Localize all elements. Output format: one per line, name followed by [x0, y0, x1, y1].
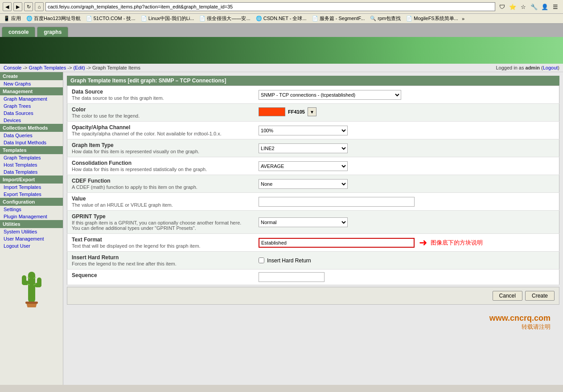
- home-button[interactable]: ⌂: [35, 2, 44, 11]
- shield-icon: 🛡: [497, 2, 507, 12]
- bookmark-baidu[interactable]: 🌐 百度Hao123网址导航: [25, 15, 82, 22]
- sidebar-item-settings[interactable]: Settings: [0, 206, 63, 213]
- tab-bar: console graphs: [0, 24, 563, 37]
- back-button[interactable]: ◀: [3, 2, 12, 11]
- label-value: Value The value of an HRULE or VRULE gra…: [67, 193, 255, 211]
- sidebar-item-logout-user[interactable]: Logout User: [0, 242, 63, 249]
- extension-icon[interactable]: 🔧: [529, 2, 539, 12]
- color-dropdown-button[interactable]: ▼: [308, 107, 316, 116]
- consolidation-select[interactable]: AVERAGE MAX MIN LAST: [259, 161, 348, 171]
- sidebar-header-create: Create: [0, 72, 63, 80]
- create-button[interactable]: Create: [525, 291, 555, 301]
- hard-return-checkbox[interactable]: [259, 257, 264, 263]
- logged-in-text: Logged in as: [496, 65, 524, 70]
- bookmark-qianqiang[interactable]: 📄 很全很强大——安...: [197, 15, 252, 22]
- content-area: Graph Template Items [edit graph: SNMP –…: [63, 72, 563, 385]
- opacity-select[interactable]: 100% 75% 50% 25%: [259, 126, 348, 135]
- sidebar-header-collection-methods: Collection Methods: [0, 124, 63, 132]
- sidebar-item-data-templates[interactable]: Data Templates: [0, 168, 63, 176]
- more-bookmarks: »: [462, 16, 464, 21]
- breadcrumb-edit[interactable]: (Edit): [73, 65, 85, 70]
- cactus-area: [0, 249, 63, 318]
- sidebar-item-plugin-management[interactable]: Plugin Management: [0, 213, 63, 220]
- tab-graphs[interactable]: graphs: [37, 27, 68, 37]
- breadcrumb-current: Graph Template Items: [92, 65, 140, 70]
- watermark-note: 转载请注明: [67, 323, 551, 331]
- text-format-row: ➜ 图像底下的方块说明: [259, 237, 555, 249]
- bookmark-linux[interactable]: 📄 Linux中国-我们的Li...: [139, 15, 196, 22]
- cdef-select[interactable]: None: [259, 179, 348, 189]
- sidebar-item-export-templates[interactable]: Export Templates: [0, 191, 63, 198]
- user-icon[interactable]: 👤: [540, 2, 550, 12]
- sidebar-item-graph-trees[interactable]: Graph Trees: [0, 102, 63, 110]
- value-hard-return: Insert Hard Return: [254, 252, 559, 270]
- row-sequence: Sequence: [67, 270, 559, 285]
- button-bar: Cancel Create: [67, 287, 559, 305]
- logout-link[interactable]: Logout: [543, 65, 558, 70]
- tab-console[interactable]: console: [2, 27, 35, 37]
- sequence-input[interactable]: [259, 272, 325, 282]
- sidebar-item-system-utilities[interactable]: System Utilities: [0, 228, 63, 235]
- sidebar-item-data-queries[interactable]: Data Queries: [0, 132, 63, 139]
- row-consolidation: Consolidation Function How data for this…: [67, 157, 559, 175]
- breadcrumb-arrow2: ->: [67, 65, 73, 70]
- value-cdef: None: [254, 175, 559, 193]
- sidebar-item-graph-templates[interactable]: Graph Templates: [0, 154, 63, 161]
- gprint-type-select[interactable]: Normal: [259, 217, 348, 227]
- row-color: Color The color to use for the legend. F…: [67, 104, 559, 122]
- color-hex-text: FF4105: [286, 109, 307, 114]
- value-graph-item-type: LINE1 LINE2 LINE3 AREA: [254, 139, 559, 157]
- sidebar-header-import-export: Import/Export: [0, 176, 63, 184]
- sidebar-item-data-sources[interactable]: Data Sources: [0, 110, 63, 117]
- sidebar-item-host-templates[interactable]: Host Templates: [0, 161, 63, 168]
- bookmark-segment[interactable]: 📄 服务篇 - SegmentF...: [310, 15, 367, 22]
- breadcrumb-console[interactable]: Console: [4, 65, 21, 70]
- svg-rect-9: [25, 302, 38, 304]
- label-color: Color The color to use for the legend.: [67, 104, 255, 122]
- sidebar-item-data-input-methods[interactable]: Data Input Methods: [0, 139, 63, 146]
- bookmark-csdn[interactable]: 🌐 CSDN.NET - 全球...: [254, 15, 308, 22]
- bookmark-star-icon[interactable]: ⭐: [508, 2, 518, 12]
- sidebar-item-graph-management[interactable]: Graph Management: [0, 95, 63, 102]
- form-table: Data Source The data source to use for t…: [67, 86, 559, 285]
- menu-icon[interactable]: ☰: [551, 2, 560, 12]
- sidebar-item-import-templates[interactable]: Import Templates: [0, 184, 63, 191]
- row-text-format: Text Format Text that will be displayed …: [67, 234, 559, 252]
- sidebar: Create New Graphs Management Graph Manag…: [0, 72, 63, 385]
- data-source-select[interactable]: SNMP - TCP connections - (tcpestablished…: [259, 90, 401, 100]
- app-container: console graphs Console -> Graph Template…: [0, 24, 563, 385]
- sidebar-header-management: Management: [0, 87, 63, 95]
- breadcrumb-bar: Console -> Graph Templates -> (Edit) -> …: [0, 64, 563, 72]
- annotation-text: 图像底下的方块说明: [431, 239, 483, 247]
- bookmarks-bar: 📱 应用 🌐 百度Hao123网址导航 📄 51CTO.COM - 技... 📄…: [0, 14, 563, 24]
- breadcrumb-arrow3: ->: [86, 65, 92, 70]
- main-layout: Create New Graphs Management Graph Manag…: [0, 72, 563, 385]
- breadcrumb-graph-templates[interactable]: Graph Templates: [29, 65, 66, 70]
- svg-rect-2: [22, 275, 26, 285]
- label-text-format: Text Format Text that will be displayed …: [67, 234, 255, 252]
- sidebar-item-devices[interactable]: Devices: [0, 117, 63, 124]
- sidebar-item-new-graphs[interactable]: New Graphs: [0, 80, 63, 87]
- label-data-source: Data Source The data source to use for t…: [67, 86, 255, 104]
- row-gprint-type: GPRINT Type If this graph item is a GPRI…: [67, 211, 559, 234]
- bookmark-51cto[interactable]: 📄 51CTO.COM - 技...: [84, 15, 137, 22]
- row-value: Value The value of an HRULE or VRULE gra…: [67, 193, 559, 211]
- cactus-image: [14, 258, 49, 309]
- label-gprint-type: GPRINT Type If this graph item is a GPRI…: [67, 211, 255, 234]
- cancel-button[interactable]: Cancel: [493, 291, 522, 301]
- forward-button[interactable]: ▶: [13, 2, 22, 11]
- graph-item-type-select[interactable]: LINE1 LINE2 LINE3 AREA: [259, 143, 348, 153]
- color-swatch[interactable]: [259, 107, 285, 116]
- hard-return-label: Insert Hard Return: [267, 257, 311, 264]
- svg-rect-0: [28, 272, 35, 303]
- browser-toolbar: ◀ ▶ ↻ ⌂ 🛡 ⭐ ☆ 🔧 👤 ☰: [0, 0, 563, 14]
- refresh-button[interactable]: ↻: [24, 2, 33, 11]
- bookmark-mogilefs[interactable]: 📄 MogileFS系统简单...: [404, 15, 460, 22]
- address-bar[interactable]: [45, 2, 495, 11]
- text-format-input[interactable]: [259, 238, 415, 248]
- bookmark-rpm[interactable]: 🔍 rpm包查找: [368, 15, 403, 22]
- value-input[interactable]: [259, 197, 415, 207]
- sidebar-item-user-management[interactable]: User Management: [0, 235, 63, 242]
- star-icon[interactable]: ☆: [518, 2, 528, 12]
- apps-button[interactable]: 📱 应用: [2, 15, 23, 22]
